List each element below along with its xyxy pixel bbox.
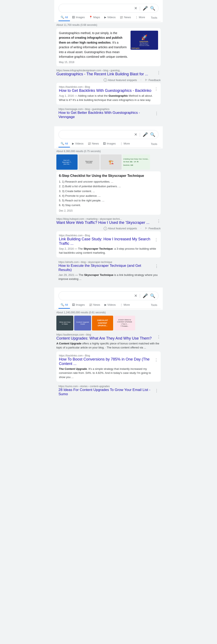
- checklist-item-5: 5. 5) Reach out to the right people. ...: [59, 198, 158, 203]
- search-input-3[interactable]: the content upgrade: [62, 294, 134, 298]
- more-dots-2-2[interactable]: ⋮: [155, 264, 158, 268]
- more-dots-1-2[interactable]: ⋮: [155, 111, 158, 116]
- results-count-3: About 1,240,000,000 results (0.61 second…: [56, 311, 161, 314]
- featured-result-link-1[interactable]: Guestographics - The Recent Link Buildin…: [56, 72, 148, 76]
- tab-all-3[interactable]: 🔍 All: [59, 302, 70, 309]
- search-bar-2[interactable]: the skyscraper technique ✕ | 🎤 🔍: [59, 130, 158, 139]
- more-dots-1-1[interactable]: ⋮: [154, 87, 158, 92]
- tab-news-2[interactable]: 📰 News: [86, 140, 101, 148]
- mic-icon-1[interactable]: 🎤: [143, 6, 148, 11]
- checklist-2: 1. 1) Research and uncover opportunities…: [59, 180, 158, 208]
- result-link-1-1[interactable]: How to Get Backlinks With Guestographics…: [59, 88, 151, 93]
- result-url-3-1: https://audienceops.com › blog: [56, 333, 152, 336]
- checklist-item-4: 4. 4) Promote to your audience. ...: [59, 194, 158, 198]
- tab-news-3[interactable]: 📰 News: [87, 302, 102, 309]
- about-featured-snippets-1[interactable]: i About featured snippets: [104, 78, 137, 82]
- partial-result-3-3: https://sumo.com › stories › content-upg…: [56, 383, 161, 398]
- tab-all-2[interactable]: 🔍 All: [59, 140, 70, 148]
- clear-icon-2[interactable]: ✕: [134, 132, 137, 137]
- tab-images-1[interactable]: 🖼 Images: [70, 14, 87, 21]
- tab-more-2[interactable]: ⋮ More: [118, 140, 132, 148]
- more-dots-3-3[interactable]: ⋮: [155, 388, 158, 393]
- about-row-1: i About featured snippets • 🏳 Feedback: [56, 78, 161, 82]
- sky-img-1: How to E...Skyscraper T...(and Get...: [56, 154, 78, 170]
- cu-img-2: Content UpgradeGuide: [74, 316, 91, 330]
- videos-icon-1: ▶: [104, 16, 106, 19]
- sky-img-2: SkyscraperChecklist: [78, 154, 100, 170]
- news-icon-1: 📰: [120, 16, 123, 19]
- more-dots-3-1[interactable]: ⋮: [157, 334, 161, 339]
- source-url-1: https://www.infographicdesignteam.com › …: [56, 69, 148, 72]
- search-bar-1[interactable]: guestographics ✕ | 🎤 🔍: [59, 4, 158, 13]
- checklist-item-6: 6. 6) Stay current.: [59, 203, 158, 208]
- result-card-1-1: https://backlinko.com › Blog How to Get …: [56, 83, 161, 104]
- result-link-1-2[interactable]: How to Get Better Backlinks With Guestog…: [59, 111, 140, 119]
- result-desc-3-2: The Content Upgrade. It's a simple strat…: [59, 367, 158, 379]
- search-input-2[interactable]: the skyscraper technique: [62, 133, 134, 136]
- tab-more-1[interactable]: ⋮ More: [133, 14, 147, 21]
- flag-icon-1: 🏳: [145, 78, 148, 82]
- checklist-item-3: 3. 3) Create better content. ...: [59, 189, 158, 194]
- search-input-1[interactable]: guestographics: [62, 6, 134, 10]
- result-desc-1-1: Aug 1, 2016 — Adding value is what the G…: [59, 94, 158, 102]
- search-icon-1[interactable]: 🔍: [150, 6, 155, 11]
- videos-icon-2: ▶: [72, 142, 74, 145]
- search-icon-2[interactable]: 🔍: [150, 132, 155, 137]
- all-icon-2: 🔍: [61, 142, 64, 145]
- search-bar-3[interactable]: the content upgrade ✕ | 🎤 🔍: [59, 291, 158, 300]
- tab-all-1[interactable]: 🔍 All: [59, 14, 70, 21]
- about-featured-snippets-2[interactable]: i About featured snippets: [104, 227, 137, 230]
- snippet-date-1: May 15, 2018: [59, 61, 128, 64]
- featured-source-2: https://blog.hubspot.com › marketing › s…: [56, 216, 161, 230]
- tab-videos-3[interactable]: ▶ Videos: [102, 302, 118, 309]
- images-icon-1: 🖼: [72, 16, 75, 19]
- featured-snippet-2: 6-Step Checklist for Using the Skyscrape…: [56, 171, 161, 215]
- tab-more-3[interactable]: ⋮ More: [118, 302, 132, 309]
- tab-maps-1[interactable]: 📍 Maps: [87, 14, 102, 21]
- result-url-1-2: https://venngage.com › blog › guestograp…: [59, 108, 155, 111]
- tab-videos-2[interactable]: ▶ Videos: [70, 140, 86, 148]
- clear-icon-3[interactable]: ✕: [134, 294, 137, 298]
- tab-images-2[interactable]: 🖼 Images: [101, 140, 118, 148]
- checklist-item-1: 1. 1) Research and uncover opportunities…: [59, 180, 158, 184]
- feedback-link-1[interactable]: 🏳 Feedback: [145, 78, 161, 82]
- flag-icon-2: 🏳: [145, 227, 148, 230]
- mic-icon-3[interactable]: 🎤: [143, 293, 148, 298]
- more-dots-3-2[interactable]: ⋮: [154, 358, 158, 362]
- mic-icon-2[interactable]: 🎤: [143, 132, 148, 137]
- more-dots-featured-2[interactable]: ⋮: [157, 219, 161, 224]
- result-link-2-2[interactable]: How to Execute the Skyscraper Technique …: [59, 264, 141, 272]
- clear-icon-1[interactable]: ✕: [134, 6, 137, 10]
- all-icon-3: 🔍: [61, 303, 64, 306]
- cu-img-3: CHECKLISTCONTENTUPGRAD...: [92, 316, 113, 330]
- tab-videos-1[interactable]: ▶ Videos: [102, 14, 118, 21]
- result-link-2-1[interactable]: Link Building Case Study: How I Increase…: [59, 237, 150, 246]
- image-strip-3: What and Howto Make Content UpgradeGuide…: [56, 316, 161, 330]
- tab-news-1[interactable]: 📰 News: [118, 14, 133, 21]
- snippet-date-2: Dec 2, 2015: [59, 209, 158, 212]
- cu-img-1: What and Howto Make: [56, 316, 73, 330]
- maps-icon-1: 📍: [89, 16, 92, 19]
- more-dots-featured-1[interactable]: ⋮: [157, 70, 161, 75]
- featured-source-1: https://www.infographicdesignteam.com › …: [56, 68, 161, 82]
- result-3-1-container: https://audienceops.com › blog Content U…: [56, 332, 161, 352]
- cu-img-4: 10 EASY IDEAS forCONTENT UPGRADE1 Time 6…: [114, 316, 135, 330]
- info-icon-2: i: [104, 227, 107, 230]
- more-dots-2-1[interactable]: ⋮: [154, 237, 158, 242]
- tab-images-3[interactable]: 🖼 Images: [70, 302, 87, 309]
- tools-tab-1[interactable]: Tools: [150, 14, 158, 21]
- result-link-3-1[interactable]: Content Upgrades: What Are They And Why …: [56, 336, 152, 340]
- results-count-1: About 11,700 results (0.68 seconds): [56, 24, 161, 26]
- featured-result-link-2[interactable]: Want More Web Traffic? How I Used the 'S…: [56, 220, 149, 225]
- partial-result-2-2: https://ahrefs.com › blog › skyscraper-t…: [56, 259, 161, 282]
- feedback-link-2[interactable]: 🏳 Feedback: [145, 227, 161, 230]
- tools-tab-2[interactable]: Tools: [150, 141, 158, 147]
- tabs-nav-2: 🔍 All ▶ Videos 📰 News 🖼 Images ⋮ More To…: [56, 139, 161, 148]
- search-icon-3[interactable]: 🔍: [150, 293, 155, 298]
- result-link-3-3[interactable]: 28 Ideas For Content Upgrades To Grow Yo…: [59, 388, 150, 396]
- tools-tab-3[interactable]: Tools: [150, 302, 158, 308]
- result-url-3-3: https://sumo.com › stories › content-upg…: [59, 384, 155, 388]
- source-url-2: https://blog.hubspot.com › marketing › s…: [56, 217, 149, 220]
- result-link-3-2[interactable]: How To Boost Conversions by 785% in One …: [59, 357, 150, 366]
- result-desc-2-1: Sep 2, 2016 — The Skyscraper Technique: …: [59, 247, 158, 255]
